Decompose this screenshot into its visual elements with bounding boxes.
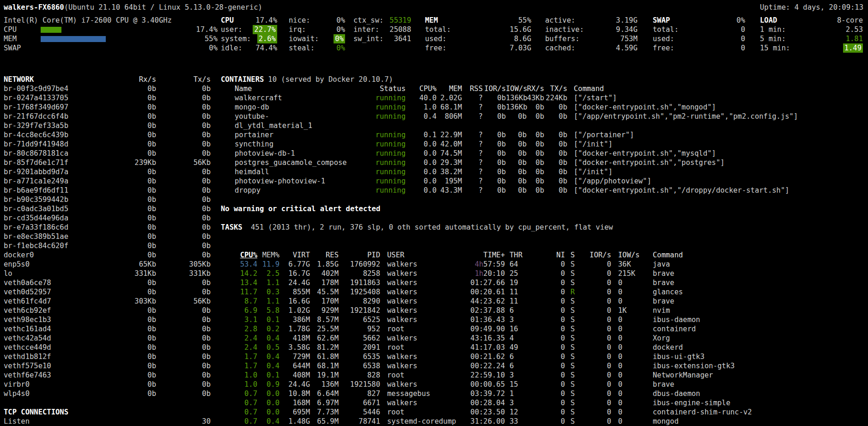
interface-name: vethf575e10 [4,361,101,371]
process-time: 09:49.90 [459,324,505,334]
cpu-swint-value: 3641 [394,34,411,43]
mem-inactive-value: 9.34G [616,25,637,34]
col-rx: RX/s [527,84,544,93]
process-state: S [565,297,579,306]
mem-stats-col1: MEM55% total:15.6G used:8.6G free:7.03G [425,16,531,53]
container-command: ["/start"] [567,93,617,103]
process-iow: 0 [611,361,646,371]
col-ni: NI [526,250,565,260]
process-time: 00:00.65 [459,380,505,389]
process-cpu: 1.0 [221,371,257,380]
network-row: wlp4s0 0b 0b [4,389,221,398]
process-pid: 5662 [339,334,380,343]
process-mem: 0.1 [257,371,279,380]
load-stats-col: LOAD8-core 1 min:2.53 5 min:1.81 15 min:… [760,16,863,53]
col-command: Command [646,250,683,260]
process-mem: 0.3 [257,287,279,297]
process-cpu: 1.7 [221,361,257,371]
mem-total-value: 15.6G [510,25,531,34]
process-iow: 0 [611,343,646,352]
process-row: 0.7 0.0 168M 6.97M 6671 walkers 00:28.04… [221,398,863,408]
process-cpu: 13.4 [221,278,257,287]
tx-value: 331Kb [156,269,211,278]
container-iow: 136Kb [506,93,527,103]
process-pid: 1925408 [339,287,380,297]
process-res: 81.2M [310,343,339,352]
process-pid: 78741 [339,417,380,426]
stat-label: free: [425,43,447,53]
process-command: nvim [646,306,670,315]
container-ior: 0b [483,158,506,167]
process-mem: 0.0 [257,389,279,398]
rx-value: 0b [101,315,156,324]
process-user: root [380,371,459,380]
process-iow: 0 [611,278,646,287]
container-rx: 0b [527,167,544,176]
load-cores: 8-core [837,16,863,25]
process-ior: 0 [579,380,611,389]
process-time-min: 57:59 [483,260,505,268]
process-cpu: 8.7 [221,297,257,306]
process-row: 0.7 0.0 695M 7.73M 5446 root 00:23.50 12… [221,408,863,417]
process-cpu: 53.4 [221,260,257,269]
interface-name: br-a771ca1e249a [4,176,101,186]
container-rx: 0b [527,186,544,195]
container-tx: 0b [544,158,567,167]
process-ior: 0 [579,324,611,334]
container-ior: 0b [483,167,506,176]
network-row: br-329f7ef33a5b 0b 0b [4,121,221,130]
container-tx: 0b [544,112,567,130]
bar-label: CPU [4,25,41,34]
top-stats: Intel(R) Core(TM) i7-2600 CPU @ 3.40GHz … [4,16,863,53]
process-user: messagebus [380,389,459,398]
tx-value: 0b [156,232,211,241]
process-pid: 5446 [339,408,380,417]
containers-title-line: CONTAINERS 10 (served by Docker 20.10.7) [221,75,863,84]
process-virt: 1.02G [279,306,310,315]
container-iow: 0b [506,112,527,130]
stat-label: inter: [353,25,379,34]
process-user: walkers [380,269,459,278]
interface-name: br-9201abbd9d7a [4,167,101,176]
container-command: ["/init"] [567,140,613,149]
interface-name: br-cd35d44e96da [4,213,101,223]
container-row: mongo-db running 1.0 68.1M ? 0b 136Kb 0b… [221,103,863,112]
tx-value: 0b [156,149,211,158]
container-rss: ? [462,167,483,176]
tx-value: 0b [156,361,211,371]
col-command: Command [567,84,604,93]
col-pid: PID [339,250,380,260]
process-res: 7.73M [310,408,339,417]
bar-label: SWAP [4,43,41,53]
process-command: ibus-extension-gtk3 [646,361,734,371]
process-virt: 1.78G [279,324,310,334]
stat-label: steal: [289,43,315,53]
rx-value: 0b [101,112,156,121]
container-command: ["docker-entrypoint.sh","/droppy/docker-… [567,186,789,195]
process-time-min: 20:10 [483,269,505,278]
process-mem: 0.4 [257,417,279,426]
load-15min-value: 1.49 [843,43,863,53]
cpu-ctxsw-value: 55319 [389,16,411,25]
rx-value: 0b [101,306,156,315]
col-cpu-percent: CPU% [221,250,257,260]
process-row: 2.8 0.2 1.78G 25.5M 952 root 09:49.90 16… [221,324,863,334]
container-rx: 0b [527,140,544,149]
network-row: lo 331Kb 331Kb [4,269,221,278]
col-tx: TX/s [544,84,567,93]
process-time-min: 02:37.88 [470,306,505,315]
tx-value: 0b [156,287,211,297]
container-name: droppy [235,186,332,195]
network-row: br-e8ec389b51ae 0b 0b [4,232,221,241]
stat-label: cached: [545,43,575,53]
mem-buffers-value: 753M [620,34,637,43]
process-state: S [565,408,579,417]
process-res: 136M [310,380,339,389]
tx-value: 0b [156,140,211,149]
process-virt: 24.4G [279,278,310,287]
container-tx: 0b [544,167,567,176]
tx-value: 0b [156,167,211,176]
container-command: ["docker-entrypoint.sh","mongod"] [567,103,716,112]
tx-value: 0b [156,352,211,361]
container-iow: 0b [506,186,527,195]
